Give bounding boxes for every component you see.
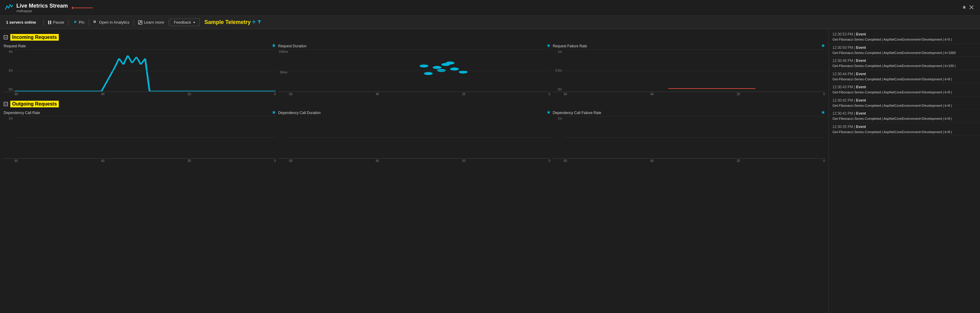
svg-point-20 <box>420 65 428 68</box>
svg-marker-34 <box>821 110 825 114</box>
dep-rate-pin-icon[interactable] <box>272 110 276 115</box>
svg-rect-8 <box>94 22 94 23</box>
header-arrow <box>72 5 96 11</box>
outgoing-requests-header: Outgoing Requests <box>4 101 825 107</box>
outgoing-charts-grid: Dependency Call Rate 1/s <box>4 110 825 163</box>
divider-5 <box>169 19 169 26</box>
servers-online: 1 servers online <box>6 20 36 25</box>
svg-point-24 <box>450 68 459 71</box>
pin-toolbar-button[interactable]: Pin <box>70 19 88 26</box>
telemetry-item: 12:30:46 PM | Event Get-Fibonacci-Series… <box>829 57 980 70</box>
request-duration-title: Request Duration <box>278 44 306 48</box>
svg-marker-19 <box>547 44 550 47</box>
learn-more-button[interactable]: Learn more <box>135 19 167 26</box>
request-duration-chart: Request Duration 100ms 50ms <box>278 44 550 96</box>
sample-telemetry-label: Sample Telemetry <box>204 19 262 26</box>
telemetry-item: 12:30:44 PM | Event Get-Fibonacci-Series… <box>829 70 980 83</box>
svg-point-27 <box>459 71 468 74</box>
request-rate-pin-icon[interactable] <box>272 44 276 48</box>
telemetry-item: 12:30:50 PM | Event Get-Fibonacci-Series… <box>829 44 980 57</box>
telemetry-item: 12:30:42 PM | Event Get-Fibonacci-Series… <box>829 96 980 110</box>
left-panel: Incoming Requests Request Rate 4/s 2/s 0… <box>0 29 829 313</box>
incoming-requests-title: Incoming Requests <box>10 34 59 41</box>
request-failure-rate-title: Request Failure Rate <box>553 44 587 48</box>
svg-point-21 <box>433 66 442 69</box>
dep-call-rate-area: 1/s <box>4 116 276 159</box>
close-button[interactable] <box>968 4 975 12</box>
telemetry-item: 12:30:53 PM | Event Get-Fibonacci-Series… <box>829 30 980 44</box>
svg-point-25 <box>424 72 433 75</box>
app-title: Live Metrics Stream <box>16 3 68 9</box>
dep-failure-area: 1/s <box>553 116 825 159</box>
telemetry-list: 12:30:53 PM | Event Get-Fibonacci-Series… <box>829 30 980 136</box>
request-failure-area: 1/s 0.5/s 0/s <box>553 50 825 92</box>
svg-marker-11 <box>193 22 195 23</box>
feedback-button[interactable]: Feedback <box>170 19 200 26</box>
dep-call-rate-chart: Dependency Call Rate 1/s <box>4 110 276 163</box>
divider-3 <box>89 19 89 26</box>
divider-2 <box>68 19 69 26</box>
sample-telemetry-add-icon <box>252 20 256 25</box>
dep-failure-rate-chart: Dependency Call Failure Rate 1/s <box>553 110 825 163</box>
svg-rect-7 <box>95 21 96 22</box>
request-failure-rate-chart: Request Failure Rate 1/s 0.5/s 0/s <box>553 44 825 96</box>
dep-call-duration-chart: Dependency Call Duration <box>278 110 550 163</box>
telemetry-item: 12:30:41 PM | Event Get-Fibonacci-Series… <box>829 110 980 123</box>
request-duration-pin-icon[interactable] <box>547 44 550 48</box>
title-block: Live Metrics Stream mathappai <box>16 3 68 13</box>
request-duration-area: 100ms 50ms <box>278 50 550 92</box>
request-rate-area: 4/s 2/s 0/s <box>4 50 276 92</box>
svg-marker-33 <box>547 110 550 114</box>
pause-button[interactable]: Pause <box>45 19 67 26</box>
app-icon <box>5 3 13 13</box>
svg-rect-9 <box>95 22 96 23</box>
open-analytics-button[interactable]: Open in Analytics <box>90 19 132 26</box>
incoming-requests-header: Incoming Requests <box>4 34 825 41</box>
svg-marker-1 <box>72 6 73 10</box>
svg-rect-5 <box>50 21 51 24</box>
svg-point-26 <box>446 62 455 65</box>
request-failure-pin-icon[interactable] <box>821 44 825 48</box>
svg-marker-32 <box>272 110 276 114</box>
telemetry-item: 12:30:43 PM | Event Get-Fibonacci-Series… <box>829 83 980 96</box>
outgoing-requests-title: Outgoing Requests <box>10 101 59 107</box>
divider-4 <box>134 19 134 26</box>
incoming-charts-grid: Request Rate 4/s 2/s 0/s <box>4 44 825 96</box>
svg-rect-6 <box>94 21 94 22</box>
request-rate-chart: Request Rate 4/s 2/s 0/s <box>4 44 276 96</box>
svg-marker-28 <box>821 44 825 47</box>
dep-duration-pin-icon[interactable] <box>547 110 550 115</box>
outgoing-requests-toggle[interactable] <box>4 102 8 106</box>
toolbar: 1 servers online Pause Pin Open in Analy… <box>0 16 980 29</box>
divider-1 <box>43 19 44 26</box>
app-subtitle: mathappai <box>16 9 68 13</box>
dep-call-rate-title: Dependency Call Rate <box>4 111 40 115</box>
dep-call-duration-area <box>278 116 550 159</box>
app-header: Live Metrics Stream mathappai <box>0 0 980 16</box>
svg-marker-14 <box>258 20 261 24</box>
unpin-button[interactable] <box>961 4 968 12</box>
sample-telemetry-filter-icon <box>257 19 261 26</box>
svg-marker-17 <box>272 44 276 47</box>
main-layout: Incoming Requests Request Rate 4/s 2/s 0… <box>0 29 980 313</box>
telemetry-item: 12:30:35 PM | Event Get-Fibonacci-Series… <box>829 123 980 136</box>
dep-failure-pin-icon[interactable] <box>821 110 825 115</box>
request-rate-title: Request Rate <box>4 44 26 48</box>
dep-failure-rate-title: Dependency Call Failure Rate <box>553 111 601 115</box>
dep-call-duration-title: Dependency Call Duration <box>278 111 320 115</box>
incoming-requests-toggle[interactable] <box>4 35 8 40</box>
right-panel: 12:30:53 PM | Event Get-Fibonacci-Series… <box>829 29 980 313</box>
svg-rect-4 <box>48 21 49 24</box>
